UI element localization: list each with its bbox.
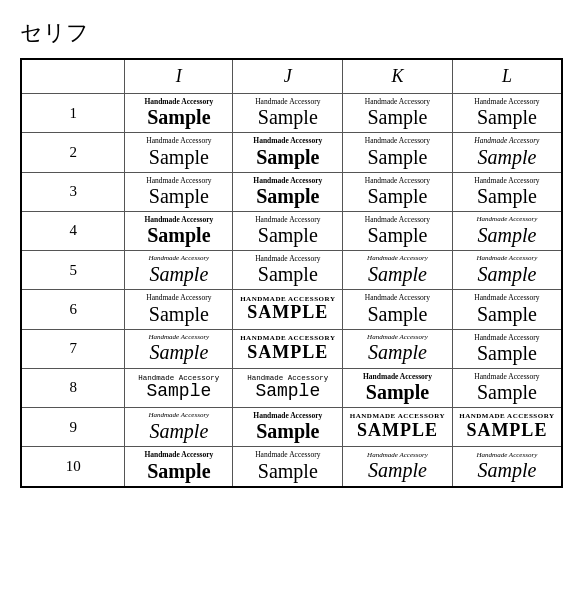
col-header-num: [21, 59, 125, 94]
row-num: 1: [21, 94, 125, 133]
cell-small-text: Handmade Accessory: [365, 137, 430, 145]
cell-small-text: Handmade Accessory: [365, 98, 430, 106]
cell-large-text: Sample: [149, 185, 209, 207]
cell-small-text: Handmade Accessory: [144, 98, 213, 106]
page: セリフ I J K L 1 Handmade Accessory Sample: [0, 0, 583, 606]
cell-small-text: Handmade Accessory: [255, 98, 320, 106]
cell-large-text: Sample: [149, 263, 208, 285]
cell-small-text: Handmade Accessory: [146, 177, 211, 185]
cell-small-text: Handmade Accessory: [367, 255, 428, 263]
cell-9-k: HANDMADE ACCESSORY SAMPLE: [343, 408, 453, 447]
cell-small-text: Handmade Accessory: [363, 373, 432, 381]
cell-4-j: Handmade Accessory Sample: [233, 211, 343, 250]
cell-large-text: Sample: [367, 303, 427, 325]
table-row: 2 Handmade Accessory Sample Handmade Acc…: [21, 133, 562, 172]
row-num: 2: [21, 133, 125, 172]
cell-1-j: Handmade Accessory Sample: [233, 94, 343, 133]
cell-large-text: Sample: [368, 263, 427, 285]
cell-small-text: Handmade Accessory: [255, 255, 320, 263]
cell-small-text: Handmade Accessory: [149, 334, 210, 342]
cell-4-i: Handmade Accessory Sample: [125, 211, 233, 250]
cell-small-text: Handmade Accessory: [253, 177, 322, 185]
cell-large-text: Sample: [477, 185, 537, 207]
cell-large-text: Sample: [477, 146, 536, 168]
col-header-j: J: [233, 59, 343, 94]
cell-small-text: Handmade Accessory: [367, 334, 428, 342]
cell-large-text: Sample: [367, 224, 427, 246]
cell-2-i: Handmade Accessory Sample: [125, 133, 233, 172]
table-row: 4 Handmade Accessory Sample Handmade Acc…: [21, 211, 562, 250]
cell-3-j: Handmade Accessory Sample: [233, 172, 343, 211]
cell-large-text: Sample: [255, 382, 320, 402]
cell-2-l: Handmade Accessory Sample: [452, 133, 562, 172]
font-table: I J K L 1 Handmade Accessory Sample Hand…: [20, 58, 563, 488]
row-num: 6: [21, 290, 125, 329]
cell-small-text: Handmade Accessory: [144, 451, 213, 459]
cell-large-text: Sample: [258, 460, 318, 482]
cell-large-text: Sample: [367, 185, 427, 207]
cell-2-j: Handmade Accessory Sample: [233, 133, 343, 172]
cell-6-j: HANDMADE ACCESSORY SAMPLE: [233, 290, 343, 329]
cell-10-j: Handmade Accessory Sample: [233, 447, 343, 487]
cell-large-text: Sample: [477, 459, 536, 481]
row-num: 4: [21, 211, 125, 250]
table-row: 6 Handmade Accessory Sample HANDMADE ACC…: [21, 290, 562, 329]
cell-large-text: Sample: [147, 106, 210, 128]
cell-large-text: SAMPLE: [247, 343, 328, 363]
cell-small-text: Handmade Accessory: [474, 177, 539, 185]
cell-large-text: Sample: [256, 185, 319, 207]
cell-small-text: Handmade Accessory: [365, 177, 430, 185]
cell-large-text: Sample: [149, 341, 208, 363]
cell-3-i: Handmade Accessory Sample: [125, 172, 233, 211]
cell-2-k: Handmade Accessory Sample: [343, 133, 453, 172]
cell-large-text: Sample: [147, 460, 210, 482]
cell-large-text: Sample: [366, 381, 429, 403]
cell-small-text: Handmade Accessory: [474, 294, 539, 302]
cell-large-text: Sample: [367, 146, 427, 168]
cell-small-text: Handmade Accessory: [474, 137, 539, 145]
cell-small-text: Handmade Accessory: [367, 452, 428, 460]
cell-4-l: Handmade Accessory Sample: [452, 211, 562, 250]
cell-8-j: Handmade Accessory Sample: [233, 368, 343, 407]
cell-1-k: Handmade Accessory Sample: [343, 94, 453, 133]
cell-large-text: Sample: [258, 106, 318, 128]
cell-8-k: Handmade Accessory Sample: [343, 368, 453, 407]
cell-5-k: Handmade Accessory Sample: [343, 251, 453, 290]
cell-large-text: Sample: [147, 224, 210, 246]
cell-6-l: Handmade Accessory Sample: [452, 290, 562, 329]
row-num: 5: [21, 251, 125, 290]
cell-6-i: Handmade Accessory Sample: [125, 290, 233, 329]
cell-5-i: Handmade Accessory Sample: [125, 251, 233, 290]
cell-large-text: Sample: [258, 263, 318, 285]
cell-6-k: Handmade Accessory Sample: [343, 290, 453, 329]
table-row: 1 Handmade Accessory Sample Handmade Acc…: [21, 94, 562, 133]
cell-10-k: Handmade Accessory Sample: [343, 447, 453, 487]
table-row: 9 Handmade Accessory Sample Handmade Acc…: [21, 408, 562, 447]
table-row: 5 Handmade Accessory Sample Handmade Acc…: [21, 251, 562, 290]
cell-small-text: Handmade Accessory: [474, 98, 539, 106]
cell-large-text: Sample: [477, 263, 536, 285]
cell-large-text: SAMPLE: [357, 421, 438, 441]
cell-large-text: Sample: [256, 146, 319, 168]
col-header-k: K: [343, 59, 453, 94]
cell-9-i: Handmade Accessory Sample: [125, 408, 233, 447]
cell-5-l: Handmade Accessory Sample: [452, 251, 562, 290]
cell-3-k: Handmade Accessory Sample: [343, 172, 453, 211]
cell-10-l: Handmade Accessory Sample: [452, 447, 562, 487]
cell-large-text: Sample: [149, 303, 209, 325]
cell-large-text: SAMPLE: [466, 421, 547, 441]
cell-7-j: HANDMADE ACCESSORY SAMPLE: [233, 329, 343, 368]
cell-large-text: Sample: [368, 459, 427, 481]
cell-large-text: Sample: [477, 381, 537, 403]
cell-small-text: Handmade Accessory: [477, 216, 538, 224]
cell-7-l: Handmade Accessory Sample: [452, 329, 562, 368]
cell-small-text: Handmade Accessory: [149, 412, 210, 420]
cell-small-text: Handmade Accessory: [146, 294, 211, 302]
cell-small-text: Handmade Accessory: [146, 137, 211, 145]
cell-4-k: Handmade Accessory Sample: [343, 211, 453, 250]
cell-large-text: Sample: [477, 303, 537, 325]
cell-7-i: Handmade Accessory Sample: [125, 329, 233, 368]
cell-large-text: Sample: [477, 224, 536, 246]
cell-large-text: Sample: [149, 420, 208, 442]
cell-8-l: Handmade Accessory Sample: [452, 368, 562, 407]
